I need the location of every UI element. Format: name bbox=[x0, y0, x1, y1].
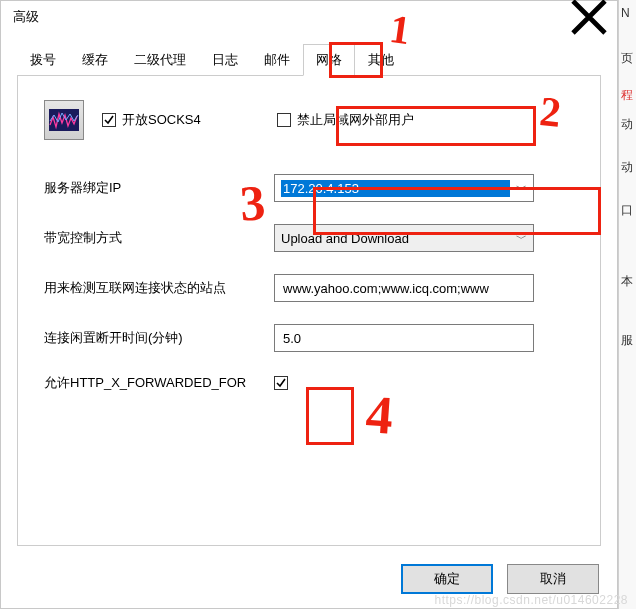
text-input[interactable] bbox=[281, 280, 527, 297]
checkbox-box bbox=[274, 376, 288, 390]
checkbox-label: 开放SOCKS4 bbox=[122, 111, 201, 129]
close-icon bbox=[569, 0, 609, 37]
dialog-window: 高级 拨号缓存二级代理日志邮件网络其他 开放SOC bbox=[0, 0, 618, 609]
tab-6[interactable]: 其他 bbox=[355, 44, 407, 76]
checkbox-box bbox=[102, 113, 116, 127]
input-detect-sites[interactable] bbox=[274, 274, 534, 302]
tab-1[interactable]: 缓存 bbox=[69, 44, 121, 76]
close-button[interactable] bbox=[569, 3, 609, 31]
background-window-slice: N 页 程 动 动 口 本 服 bbox=[618, 0, 636, 609]
titlebar: 高级 bbox=[1, 1, 617, 33]
cancel-button[interactable]: 取消 bbox=[507, 564, 599, 594]
input-idle-timeout[interactable] bbox=[274, 324, 534, 352]
tab-2[interactable]: 二级代理 bbox=[121, 44, 199, 76]
label-idle-timeout: 连接闲置断开时间(分钟) bbox=[44, 329, 274, 347]
ok-button[interactable]: 确定 bbox=[401, 564, 493, 594]
tab-4[interactable]: 邮件 bbox=[251, 44, 303, 76]
checkbox-label: 禁止局域网外部用户 bbox=[297, 111, 414, 129]
combo-bandwidth[interactable]: Upload and Download ﹀ bbox=[274, 224, 534, 252]
label-detect-sites: 用来检测互联网连接状态的站点 bbox=[44, 279, 274, 297]
checkbox-forbid-external[interactable]: 禁止局域网外部用户 bbox=[277, 111, 414, 129]
tab-panel-network: 开放SOCKS4 禁止局域网外部用户 服务器绑定IP 172.20.4.153 … bbox=[17, 76, 601, 546]
network-monitor-icon bbox=[44, 100, 84, 140]
tab-strip: 拨号缓存二级代理日志邮件网络其他 bbox=[17, 43, 601, 76]
tab-0[interactable]: 拨号 bbox=[17, 44, 69, 76]
tab-area: 拨号缓存二级代理日志邮件网络其他 开放SOCKS4 bbox=[1, 33, 617, 546]
settings-form: 服务器绑定IP 172.20.4.153 ﹀ 带宽控制方式 Upload and… bbox=[44, 174, 574, 392]
window-title: 高级 bbox=[9, 8, 569, 26]
text-input[interactable] bbox=[281, 330, 527, 347]
label-xff: 允许HTTP_X_FORWARDED_FOR bbox=[44, 374, 274, 392]
checkbox-open-socks4[interactable]: 开放SOCKS4 bbox=[102, 111, 201, 129]
combo-bind-ip[interactable]: 172.20.4.153 ﹀ bbox=[274, 174, 534, 202]
chevron-down-icon: ﹀ bbox=[510, 231, 527, 246]
chevron-down-icon: ﹀ bbox=[510, 181, 527, 196]
label-bandwidth: 带宽控制方式 bbox=[44, 229, 274, 247]
tab-3[interactable]: 日志 bbox=[199, 44, 251, 76]
button-bar: 确定 取消 bbox=[401, 564, 599, 594]
label-bind-ip: 服务器绑定IP bbox=[44, 179, 274, 197]
checkbox-xff[interactable] bbox=[274, 376, 534, 390]
tab-5[interactable]: 网络 bbox=[303, 44, 355, 76]
combo-value: 172.20.4.153 bbox=[281, 180, 510, 197]
combo-value: Upload and Download bbox=[281, 231, 510, 246]
checkbox-box bbox=[277, 113, 291, 127]
